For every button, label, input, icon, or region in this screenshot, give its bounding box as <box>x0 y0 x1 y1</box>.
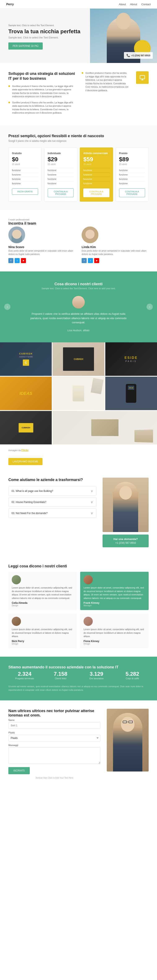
faq-question-1[interactable]: 01. What is all page use live Bulking? ∨ <box>9 487 96 495</box>
review-role-frank: Manager <box>83 605 145 607</box>
social-youtube-nina[interactable]: ▶ <box>21 258 26 263</box>
contact-footer-note: Aenean lean Click to Add Your Text Here <box>8 777 101 779</box>
review-text-celia: Lorem ipsum dolor sit amet, consectetur … <box>12 586 74 600</box>
team-title: Incontra il team <box>8 221 149 226</box>
faq-contact-title: Hai una domanda? <box>106 538 146 541</box>
plan-users-free: 15 utenti <box>12 163 38 165</box>
social-twitter-nina[interactable]: t <box>14 258 20 263</box>
social-twitter-linda[interactable]: t <box>88 258 93 263</box>
stat-number-1: 2.324 <box>8 671 41 677</box>
social-facebook-nina[interactable]: f <box>8 258 13 263</box>
testimonial-title: Cosa dicono i nostri clienti <box>13 282 144 286</box>
strategy-right: Gonflevi prodursi il franco che ha senti… <box>82 71 149 117</box>
testimonial-prev-button[interactable]: ‹ <box>4 304 10 310</box>
faq-contact-box: Hai una domanda? +1 (234) 567-8910 <box>103 535 149 547</box>
faq-question-3[interactable]: 03. Not Need For the domande? ∨ <box>9 509 96 518</box>
portfolio-section: CUBIKEH AGENCY NAME C CUBIKEH ESIDE PARI… <box>0 342 157 469</box>
portfolio-item-1: CUBIKEH AGENCY NAME C <box>0 342 52 376</box>
review-card-celia: Lorem ipsum dolor sit amet, consectetur … <box>8 572 77 610</box>
review-avatar-celia <box>12 575 21 584</box>
review-role-fiona: Design <box>83 643 145 645</box>
strategy-row-3: Gonflevi prodursi il franco che ha senti… <box>82 71 129 92</box>
team-member-nina: Nina Scavo Duis prelo dolor sit amet sem… <box>8 226 75 263</box>
form-select-phone[interactable]: Plaats <box>8 735 101 741</box>
plan-feature-1d: funzione <box>12 181 38 186</box>
review-avatar-fiona <box>83 617 93 626</box>
plan-price-individual: $29 <box>48 156 74 163</box>
strategy-icon-box <box>136 71 149 84</box>
hero-phone: +1 (234) 567-8910 <box>131 54 150 57</box>
strategy-text-3: Gonflevi prodursi il franco che ha senti… <box>85 71 129 92</box>
team-members: Nina Scavo Duis prelo dolor sit amet sem… <box>8 226 149 263</box>
pricing-subtitle: Scegli il piano che si adatta meglio all… <box>8 140 149 142</box>
plan-feature-3a: funzione <box>83 168 109 172</box>
testimonial-section: ‹ › Cosa dicono i nostri clienti Sample … <box>0 272 157 342</box>
plan-feature-2a: funzione <box>48 168 74 172</box>
stats-grid: 2.324 Progetto terminato 7.158 Clienti f… <box>8 671 149 680</box>
portfolio-item-2: CUBIKEH <box>53 342 104 376</box>
strategy-row-2: Gonflevi prodursi il franco che ha senti… <box>8 101 75 115</box>
review-card-frank: Lorem ipsum dolor sit amet, consectetur … <box>80 572 149 610</box>
stat-label-2: Clienti felici <box>44 677 77 680</box>
plan-feature-4b: funzione <box>119 172 145 177</box>
social-facebook-linda[interactable]: f <box>82 258 87 263</box>
stat-number-2: 7.158 <box>44 671 77 677</box>
portfolio-item-7: CUBIKEH <box>0 411 52 444</box>
portfolio-cta-button[interactable]: LAVORIAMO INSIEME <box>8 458 43 465</box>
faq-question-2[interactable]: 02. House Painting Essentials? ∨ <box>9 498 96 506</box>
strategy-bullet-1 <box>8 85 10 87</box>
strategy-section: Sviluppo di una strategia di soluzioni I… <box>0 63 157 126</box>
strategy-left: Sviluppo di una strategia di soluzioni I… <box>8 71 75 117</box>
form-input-name[interactable] <box>8 722 101 729</box>
portfolio-item-3: ESIDE PARIS <box>105 342 157 376</box>
plan-feature-2d: funzione <box>48 181 74 186</box>
testimonial-quote: Propseni il valore che la verifica abide… <box>28 312 129 325</box>
portfolio-source-label: immagini da <box>8 449 21 452</box>
faq-toggle-icon-2: ∨ <box>91 500 93 504</box>
nav-link-2[interactable]: About <box>130 3 137 6</box>
stat-item-1: 2.324 Progetto terminato <box>8 671 41 680</box>
form-textarea-message[interactable] <box>8 747 101 764</box>
portfolio-source-link[interactable]: Flickr <box>21 449 29 452</box>
stats-title: Stiamo aumentando il successo aziendale … <box>8 665 149 670</box>
review-text-frank: Lorem ipsum dolor sit amet, consectetur … <box>83 586 145 600</box>
hero-tag: Sample text. Click to select the Text El… <box>8 24 84 27</box>
strategy-title: Sviluppo di una strategia di soluzioni I… <box>8 71 75 81</box>
strategy-bullet-2 <box>8 102 10 103</box>
reviews-grid: Lorem ipsum dolor sit amet, consectetur … <box>8 572 149 648</box>
nav-link-1[interactable]: About <box>119 3 126 6</box>
plan-users-business: 15 utenti <box>83 163 109 165</box>
team-member-linda: Linda Kim Duis prelo dolor sit amet semp… <box>82 226 149 263</box>
faq-question-text-1: 01. What is all page use live Bulking? <box>11 490 53 493</box>
strategy-row-1: Gonflevi prodursi il franco che ha senti… <box>8 84 75 98</box>
portfolio-label: immagini da Flickr <box>0 444 157 456</box>
nav-link-3[interactable]: Contact <box>141 3 151 6</box>
portfolio-item-6: 10:10 <box>105 377 157 410</box>
nav-logo: Perry <box>6 3 14 6</box>
hero-cta-button[interactable]: PER SAPERNE DI PIÙ <box>8 43 43 49</box>
plan-btn-premium[interactable]: CONTINUA A PROVARE <box>119 188 145 197</box>
social-youtube-linda[interactable]: ▶ <box>94 258 99 263</box>
stat-label-3: Ore lavorative <box>80 677 113 680</box>
faq-question-text-3: 03. Not Need For the domande? <box>11 512 48 515</box>
faq-right: Hai una domanda? +1 (234) 567-8910 <box>103 478 149 547</box>
team-member-name-linda: Linda Kim <box>82 245 149 249</box>
plan-feature-4a: funzione <box>119 168 145 172</box>
plan-price-free: $0 <box>12 156 38 163</box>
team-member-name-nina: Nina Scavo <box>8 245 75 249</box>
review-role-celia: Design <box>12 605 74 607</box>
plan-btn-business[interactable]: CONTINUA A PROVARE <box>83 188 109 197</box>
testimonial-next-button[interactable]: › <box>147 304 153 310</box>
faq-title: Come aiutiamo le aziende a trasformarsi? <box>8 478 96 482</box>
strategy-text-1: Gonflevi prodursi il franco che ha senti… <box>12 84 75 98</box>
plan-name-premium: Premio <box>119 152 145 155</box>
pricing-card-individual: Individuale $29 15 utenti funzione funzi… <box>44 148 77 202</box>
review-text-nick: Lorem ipsum dolor sit amet, consectetur … <box>12 628 74 638</box>
stats-section: Stiamo aumentando il successo aziendale … <box>0 657 157 700</box>
form-submit-button[interactable]: ISCRIVITI <box>8 767 30 774</box>
plan-name-free: Gratuito <box>12 152 38 155</box>
portfolio-grid: CUBIKEH AGENCY NAME C CUBIKEH ESIDE PARI… <box>0 342 157 444</box>
plan-btn-free[interactable]: INIZIA GRATIS <box>12 188 38 195</box>
pricing-cards: Gratuito $0 15 utenti funzione funzione … <box>8 148 149 202</box>
plan-btn-individual[interactable]: CONTINUA A PROVARE <box>48 188 74 197</box>
